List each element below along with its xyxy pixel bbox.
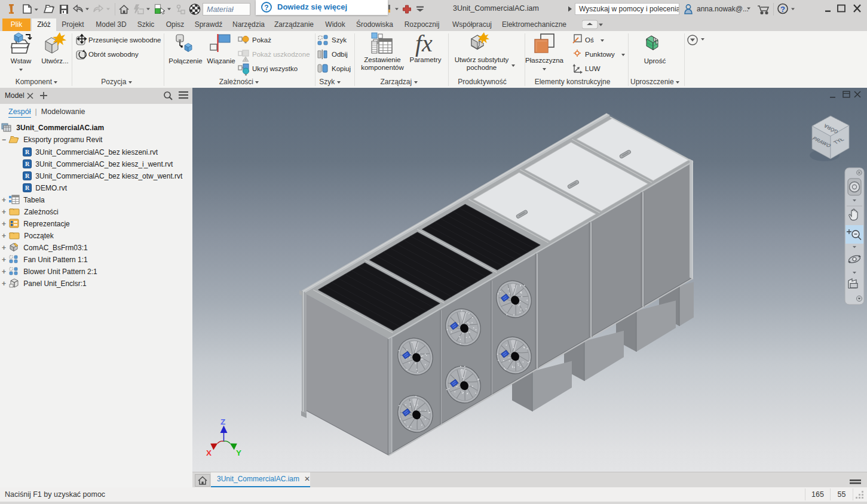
svg-text:Y: Y bbox=[236, 448, 241, 457]
svg-text:?: ? bbox=[780, 5, 785, 14]
svg-text:fx: fx bbox=[415, 31, 433, 57]
svg-text:?: ? bbox=[264, 4, 268, 12]
svg-text:X: X bbox=[206, 448, 212, 457]
svg-text:R: R bbox=[25, 173, 30, 179]
svg-text:R: R bbox=[25, 185, 30, 191]
svg-text:Z: Z bbox=[220, 417, 225, 426]
svg-text:R: R bbox=[25, 161, 30, 167]
svg-text:R: R bbox=[25, 149, 30, 155]
svg-text:!: ! bbox=[245, 58, 246, 62]
